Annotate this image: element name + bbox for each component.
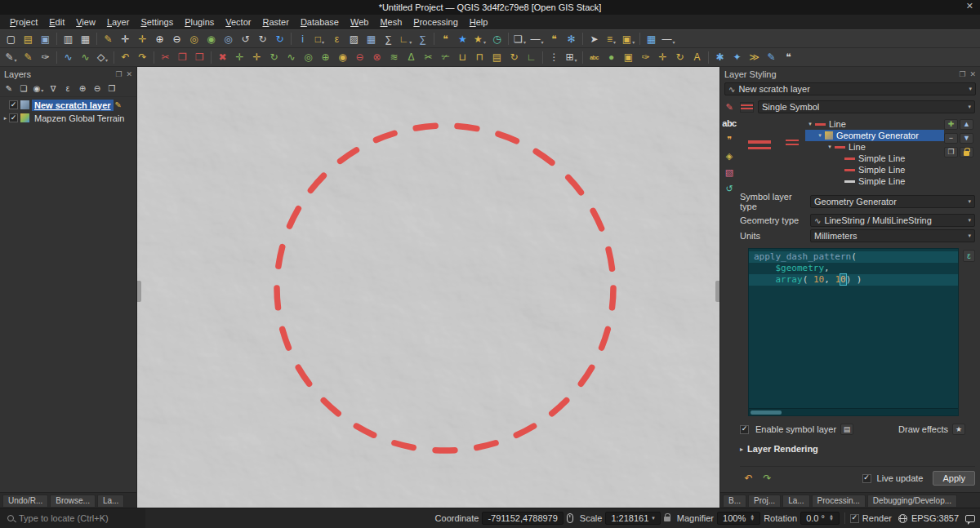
deselect-features-icon[interactable]: ▨: [345, 31, 363, 47]
left-dock-tab[interactable]: Browse...: [50, 495, 96, 507]
modify-attributes-icon[interactable]: ▤: [488, 49, 506, 65]
filter-by-expression-icon[interactable]: ε: [60, 82, 75, 95]
new-print-layout-icon[interactable]: ▥: [60, 31, 77, 47]
menu-project[interactable]: Project: [4, 16, 43, 28]
zoom-out-icon[interactable]: ⊖: [168, 31, 185, 47]
scrollbar-handle[interactable]: [751, 410, 782, 415]
menu-plugins[interactable]: Plugins: [179, 16, 220, 28]
copy-features-icon[interactable]: ❐: [174, 49, 191, 65]
symbol-layer-type-combo[interactable]: Geometry Generator▾: [810, 195, 975, 208]
zoom-next-icon[interactable]: ↻: [254, 31, 271, 47]
trim-extend-icon[interactable]: ∟: [523, 49, 540, 65]
callouts-tab-icon[interactable]: ❞: [722, 134, 737, 146]
layer-item[interactable]: ✓New scratch layer✎: [0, 99, 136, 111]
message-log-icon[interactable]: ❝: [780, 49, 797, 65]
scale-lock-icon[interactable]: [664, 517, 670, 521]
menu-database[interactable]: Database: [295, 16, 345, 28]
menu-help[interactable]: Help: [464, 16, 494, 28]
symbol-tree-item[interactable]: Simple Line: [805, 164, 944, 175]
close-panel-icon[interactable]: ✕: [969, 70, 976, 78]
menu-raster[interactable]: Raster: [256, 16, 294, 28]
render-checkbox[interactable]: ✓: [850, 514, 859, 523]
style-manager-icon[interactable]: ✎: [100, 31, 117, 47]
close-panel-icon[interactable]: ✕: [126, 70, 132, 78]
styling-layer-selector[interactable]: ∿ New scratch layer ▾: [724, 82, 976, 95]
right-dock-tab[interactable]: Debugging/Develop...: [867, 495, 957, 507]
scale-combo[interactable]: 1:218161 ▾: [605, 512, 660, 525]
symbology-tab-icon[interactable]: ✎: [722, 101, 737, 113]
expander-icon[interactable]: ▾: [826, 144, 834, 150]
manage-map-themes-icon[interactable]: ◉▾: [31, 82, 46, 95]
symbol-tree-item[interactable]: ▾Line: [805, 141, 944, 153]
layout-manager-icon[interactable]: ▦: [77, 31, 94, 47]
style-undo-icon[interactable]: ↶: [740, 470, 757, 486]
style-redo-icon[interactable]: ↷: [759, 470, 776, 486]
reshape-features-icon[interactable]: Δ: [403, 49, 420, 65]
expression-editor[interactable]: apply_dash_pattern( $geometry, array( 10…: [748, 248, 959, 416]
identify-features-icon[interactable]: i: [294, 31, 311, 47]
open-layer-styling-icon[interactable]: ✎: [2, 82, 16, 95]
temporal-controller-icon[interactable]: ◷: [488, 31, 506, 47]
offset-curve-icon[interactable]: ≋: [385, 49, 403, 65]
locate-search-input[interactable]: Type to locate (Ctrl+K): [0, 508, 145, 528]
new-project-icon[interactable]: ▢: [2, 31, 20, 47]
menu-layer[interactable]: Layer: [101, 16, 136, 28]
open-expression-builder-icon[interactable]: ε: [963, 250, 975, 262]
split-parts-icon[interactable]: ✃: [437, 49, 454, 65]
delete-part-icon[interactable]: ⊗: [368, 49, 385, 65]
menu-edit[interactable]: Edit: [43, 16, 70, 28]
expander-icon[interactable]: ▸: [2, 115, 9, 122]
symbol-tree-item[interactable]: Simple Line: [805, 175, 944, 187]
move-features-icon[interactable]: ✛: [231, 49, 248, 65]
script-icon[interactable]: ✎: [763, 49, 780, 65]
units-combo[interactable]: Millimeters▾: [810, 229, 975, 242]
layer-visibility-checkbox[interactable]: ✓: [9, 100, 18, 109]
add-part-icon[interactable]: ⊕: [317, 49, 334, 65]
apply-button[interactable]: Apply: [933, 471, 975, 486]
layer-item[interactable]: ▸✓Mapzen Global Terrain: [0, 112, 136, 124]
mask-tab-icon[interactable]: ▧: [722, 166, 737, 179]
crs-value[interactable]: EPSG:3857: [911, 513, 959, 523]
pan-to-selection-icon[interactable]: ✛: [134, 31, 151, 47]
right-dock-tab[interactable]: B...: [723, 495, 746, 507]
zoom-full-icon[interactable]: ◎: [185, 31, 203, 47]
show-bookmarks-icon[interactable]: ★▾: [471, 31, 488, 47]
filter-legend-icon[interactable]: ∇: [46, 82, 60, 95]
effects-star-icon[interactable]: ★: [952, 424, 965, 435]
data-defined-override-icon[interactable]: ▤: [840, 424, 853, 435]
duplicate-symbol-layer-icon[interactable]: ❐: [944, 147, 958, 158]
layer-labeling-icon[interactable]: abc: [586, 49, 603, 65]
vertex-editor-icon[interactable]: ⋮: [546, 49, 563, 65]
save-layer-edits-icon[interactable]: ✑: [37, 49, 54, 65]
spin-down-icon[interactable]: ▼: [829, 518, 834, 521]
statistical-summary-icon[interactable]: ∑: [414, 31, 431, 47]
map-tips-icon[interactable]: ❝: [437, 31, 454, 47]
section-expand-icon[interactable]: ▸: [740, 446, 743, 453]
view-3d-tab-icon[interactable]: ◈: [722, 150, 737, 162]
layout-grid-icon[interactable]: ⊞▾: [563, 49, 580, 65]
add-ring-icon[interactable]: ◎: [300, 49, 317, 65]
simplify-feature-icon[interactable]: ∿: [283, 49, 300, 65]
snapping-icon[interactable]: ✱: [711, 49, 728, 65]
layer-rendering-section[interactable]: ▸ Layer Rendering: [740, 444, 975, 454]
open-attribute-table-icon[interactable]: ▦: [363, 31, 380, 47]
menu-view[interactable]: View: [70, 16, 101, 28]
zoom-last-icon[interactable]: ↺: [237, 31, 254, 47]
symbol-tree-item[interactable]: Simple Line: [805, 153, 944, 164]
decorations-icon[interactable]: ✦: [728, 49, 746, 65]
menu-settings[interactable]: Settings: [135, 16, 179, 28]
select-features-icon[interactable]: □▾: [311, 31, 328, 47]
pointer-icon[interactable]: ➤: [586, 31, 603, 47]
measure-line-icon[interactable]: ∟▾: [397, 31, 414, 47]
add-symbol-layer-icon[interactable]: ✚: [944, 119, 958, 130]
mouse-position-icon[interactable]: [567, 513, 573, 523]
merge-attributes-icon[interactable]: ⊓: [471, 49, 488, 65]
merge-features-icon[interactable]: ⊔: [454, 49, 471, 65]
symbol-type-combo[interactable]: Single Symbol ▾: [758, 100, 975, 113]
labels-tab-icon[interactable]: abc: [722, 118, 737, 130]
delete-ring-icon[interactable]: ⊖: [351, 49, 368, 65]
save-project-icon[interactable]: ▣: [37, 31, 54, 47]
spin-down-icon[interactable]: ▼: [750, 518, 755, 521]
annotation-icon[interactable]: ❝: [546, 31, 563, 47]
field-calculator-icon[interactable]: ∑: [380, 31, 397, 47]
